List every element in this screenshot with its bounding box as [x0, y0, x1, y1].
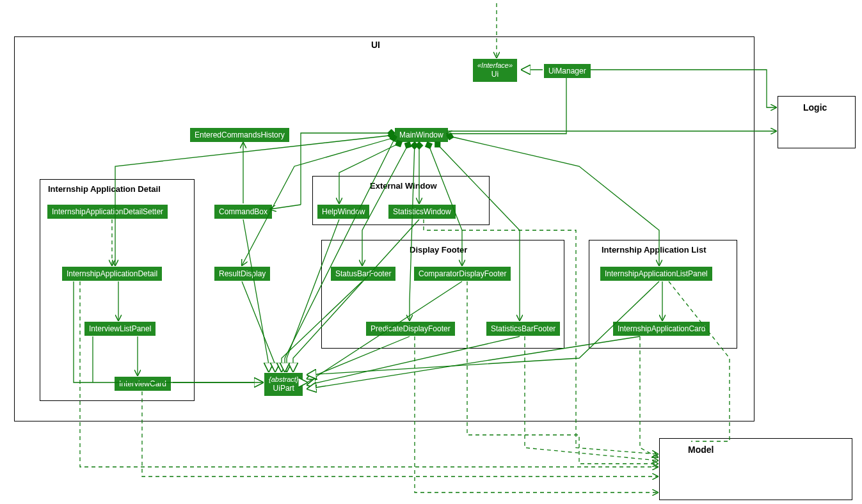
- class-predicate-footer-name: PredicateDisplayFooter: [371, 324, 451, 333]
- class-commandbox-name: CommandBox: [219, 207, 267, 216]
- class-predicate-footer: PredicateDisplayFooter: [366, 322, 455, 336]
- class-app-list-panel-name: InternshipApplicationListPanel: [605, 269, 708, 278]
- class-uimanager-name: UiManager: [548, 67, 586, 75]
- group-detail-label: Internship Application Detail: [48, 184, 161, 194]
- class-mainwindow-name: MainWindow: [399, 130, 443, 139]
- package-ui-label: UI: [371, 40, 380, 50]
- package-model-label: Model: [688, 445, 714, 455]
- class-resultdisplay: ResultDisplay: [214, 267, 270, 281]
- class-uimanager: UiManager: [544, 64, 591, 78]
- class-ui-stereo: «Interface»: [477, 61, 513, 70]
- class-uipart-stereo: {abstract}: [269, 375, 298, 384]
- class-interview-list-panel-name: InterviewListPanel: [89, 324, 151, 333]
- class-app-detail-name: InternshipApplicationDetail: [67, 269, 157, 278]
- class-ui-interface: «Interface» Ui: [473, 59, 517, 82]
- class-helpwindow: HelpWindow: [317, 205, 369, 219]
- class-mainwindow: MainWindow: [395, 128, 448, 142]
- class-interview-card-name: InterviewCard: [119, 379, 166, 388]
- class-statusbarfooter-name: StatusBarFooter: [335, 269, 391, 278]
- class-interview-list-panel: InterviewListPanel: [84, 322, 156, 336]
- class-statistics-bar-footer-name: StatisticsBarFooter: [491, 324, 555, 333]
- package-logic-label: Logic: [803, 102, 827, 113]
- class-comparator-footer-name: ComparatorDisplayFooter: [419, 269, 506, 278]
- class-entered-name: EnteredCommandsHistory: [195, 130, 285, 139]
- class-statistics-bar-footer: StatisticsBarFooter: [486, 322, 560, 336]
- class-uipart-name: UiPart: [269, 384, 298, 393]
- class-statisticswindow-name: StatisticsWindow: [393, 207, 451, 216]
- class-helpwindow-name: HelpWindow: [322, 207, 365, 216]
- class-app-detail: InternshipApplicationDetail: [62, 267, 162, 281]
- class-statusbarfooter: StatusBarFooter: [331, 267, 395, 281]
- class-app-card: InternshipApplicationCard: [613, 322, 710, 336]
- class-app-list-panel: InternshipApplicationListPanel: [600, 267, 712, 281]
- class-app-card-name: InternshipApplicationCard: [618, 324, 705, 333]
- class-uipart: {abstract} UiPart: [264, 373, 303, 396]
- group-footer-label: Display Footer: [410, 245, 467, 255]
- group-extwin-label: External Window: [370, 181, 437, 191]
- class-entered-commands-history: EnteredCommandsHistory: [190, 128, 289, 142]
- class-detail-setter-name: InternshipApplicationDetailSetter: [52, 207, 163, 216]
- class-ui-name: Ui: [477, 70, 513, 79]
- class-detail-setter: InternshipApplicationDetailSetter: [47, 205, 168, 219]
- class-interview-card: InterviewCard: [115, 377, 171, 391]
- class-statisticswindow: StatisticsWindow: [388, 205, 456, 219]
- class-commandbox: CommandBox: [214, 205, 272, 219]
- class-comparator-footer: ComparatorDisplayFooter: [414, 267, 511, 281]
- diagram-canvas: UI Logic Model Internship Application De…: [0, 0, 862, 504]
- class-resultdisplay-name: ResultDisplay: [219, 269, 266, 278]
- group-applist-label: Internship Application List: [602, 245, 706, 255]
